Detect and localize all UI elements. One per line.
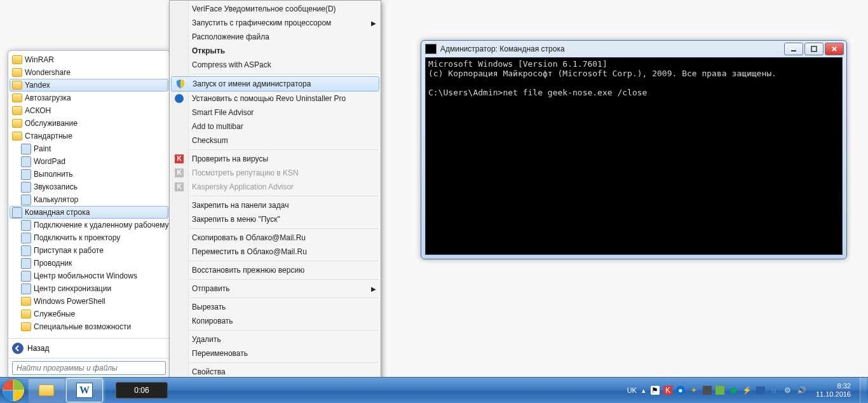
folder-icon [12, 55, 22, 65]
start-item-7[interactable]: Paint [10, 142, 168, 155]
start-item-label: Paint [34, 144, 51, 153]
context-item-20[interactable]: Переместить в Облако@Mail.Ru [170, 245, 380, 259]
context-separator [189, 297, 379, 298]
context-item-17[interactable]: Закрепить в меню "Пуск" [170, 212, 380, 226]
folder-icon [21, 322, 31, 332]
context-item-8[interactable]: Smart File Advisor [170, 106, 380, 120]
context-item-12[interactable]: KПроверить на вирусы [170, 152, 380, 166]
system-tray: UK ▴ ⚑ K ● ✦ ⬣ ⚡ ⧈ ⚙ 🔊 8:32 11.10.2016 [627, 378, 868, 403]
back-arrow-icon [12, 343, 24, 354]
tray-app-icon-3[interactable]: ⬣ [728, 385, 738, 395]
start-menu-panel: WinRARWondershareYandexАвтозагрузкаАСКОН… [8, 50, 170, 379]
start-item-1[interactable]: Wondershare [10, 66, 168, 79]
app-icon [21, 156, 31, 167]
start-item-10[interactable]: Звукозапись [10, 181, 168, 193]
cmd-titlebar[interactable]: Администратор: Командная строка [421, 41, 846, 57]
cmd-icon [425, 44, 437, 54]
app-icon [21, 233, 31, 243]
context-item-29[interactable]: Удалить [170, 332, 380, 346]
start-button[interactable] [0, 378, 27, 403]
app-icon [21, 271, 31, 281]
start-item-14[interactable]: Подключить к проектору [10, 231, 168, 244]
tray-app-icon-2[interactable] [703, 386, 712, 395]
tray-flag-icon[interactable]: ⚑ [651, 386, 660, 395]
start-item-11[interactable]: Калькулятор [10, 193, 168, 206]
taskbar-pinned: W [28, 378, 103, 402]
maximize-button[interactable] [804, 43, 824, 55]
start-item-16[interactable]: Проводник [10, 257, 168, 270]
start-item-13[interactable]: Подключение к удаленному рабочему [10, 219, 168, 231]
tray-plug-icon[interactable]: ⚡ [742, 385, 752, 395]
context-item-label: Свойства [192, 367, 226, 376]
context-item-0[interactable]: VeriFace Уведомительное сообщение(D) [170, 2, 380, 16]
tray-volume-icon[interactable]: 🔊 [797, 385, 807, 395]
tray-network-icon[interactable]: ⚙ [783, 385, 793, 395]
context-separator [189, 196, 379, 196]
start-item-label: Калькулятор [34, 195, 78, 204]
start-menu-back[interactable]: Назад [8, 338, 170, 358]
tray-clock[interactable]: 8:32 11.10.2016 [812, 382, 855, 399]
start-item-9[interactable]: Выполнить [10, 168, 168, 181]
start-item-3[interactable]: Автозагрузка [10, 92, 168, 104]
svg-rect-0 [791, 50, 796, 51]
context-item-30[interactable]: Переименовать [170, 346, 380, 360]
tray-chevron-up-icon[interactable]: ▴ [642, 386, 646, 395]
start-item-19[interactable]: Windows PowerShell [10, 295, 168, 308]
minimize-button[interactable] [784, 43, 803, 55]
tray-nvidia-icon[interactable] [715, 386, 724, 395]
tray-dropbox-icon[interactable]: ⧈ [769, 385, 779, 395]
context-item-26[interactable]: Вырезать [170, 300, 380, 314]
start-item-15[interactable]: Приступая к работе [10, 244, 168, 257]
cmd-output[interactable]: Microsoft Windows [Version 6.1.7601] (c)… [425, 57, 843, 255]
start-item-2[interactable]: Yandex [10, 79, 168, 92]
tray-time: 8:32 [837, 382, 851, 390]
explorer-icon [39, 385, 54, 396]
tray-language[interactable]: UK [627, 386, 637, 394]
context-separator [189, 362, 379, 363]
context-item-10[interactable]: Checksum [170, 133, 380, 147]
tray-icons: ⚑ K ● ✦ ⬣ ⚡ ⧈ ⚙ 🔊 [651, 385, 807, 395]
start-item-20[interactable]: Служебные [10, 308, 168, 320]
tray-kaspersky-icon[interactable]: K [663, 386, 672, 395]
context-item-label: Compress with ASPack [192, 60, 271, 69]
kaspersky-icon: K [174, 154, 184, 164]
folder-icon [12, 67, 22, 78]
taskbar: W 0:06 UK ▴ ⚑ K ● ✦ ⬣ ⚡ ⧈ ⚙ 🔊 8:32 11.10… [0, 377, 868, 403]
start-item-label: Обслуживание [25, 119, 78, 128]
context-item-1[interactable]: Запустить с графическим процессором▶ [170, 16, 380, 30]
start-item-8[interactable]: WordPad [10, 155, 168, 168]
context-item-3[interactable]: Открыть [170, 44, 380, 58]
context-item-24[interactable]: Отправить▶ [170, 282, 380, 296]
start-item-21[interactable]: Специальные возможности [10, 320, 168, 333]
context-item-19[interactable]: Скопировать в Облако@Mail.Ru [170, 231, 380, 245]
start-item-5[interactable]: Обслуживание [10, 117, 168, 130]
context-item-22[interactable]: Восстановить прежнюю версию [170, 263, 380, 277]
search-input[interactable] [12, 361, 166, 375]
app-icon [21, 195, 31, 205]
start-item-6[interactable]: Стандартные [10, 130, 168, 142]
start-item-12[interactable]: Командная строка [10, 206, 168, 219]
folder-icon [12, 80, 22, 90]
start-item-0[interactable]: WinRAR [10, 53, 168, 66]
context-item-4[interactable]: Compress with ASPack [170, 58, 380, 72]
taskbar-word[interactable]: W [66, 378, 103, 402]
start-item-label: Приступая к работе [34, 246, 104, 255]
context-item-9[interactable]: Add to multibar [170, 120, 380, 133]
tray-display-icon[interactable] [756, 386, 765, 394]
close-button[interactable] [825, 43, 844, 55]
context-item-16[interactable]: Закрепить на панели задач [170, 198, 380, 212]
start-item-18[interactable]: Центр синхронизации [10, 282, 168, 295]
context-item-6[interactable]: Запуск от имени администратора [171, 76, 379, 92]
taskbar-explorer[interactable] [28, 378, 65, 402]
tray-teamviewer-icon[interactable]: ● [676, 386, 685, 395]
tray-app-icon-1[interactable]: ✦ [689, 385, 699, 395]
context-item-label: Вырезать [192, 303, 226, 311]
start-item-17[interactable]: Центр мобильности Windows [10, 270, 168, 282]
start-item-label: Windows PowerShell [34, 297, 105, 306]
context-item-2[interactable]: Расположение файла [170, 30, 380, 44]
context-item-7[interactable]: Установить с помощью Revo Uninstaller Pr… [170, 92, 380, 106]
context-item-27[interactable]: Копировать [170, 314, 380, 328]
show-desktop-button[interactable] [860, 378, 867, 403]
media-toast[interactable]: 0:06 [116, 382, 168, 399]
start-item-4[interactable]: АСКОН [10, 104, 168, 117]
